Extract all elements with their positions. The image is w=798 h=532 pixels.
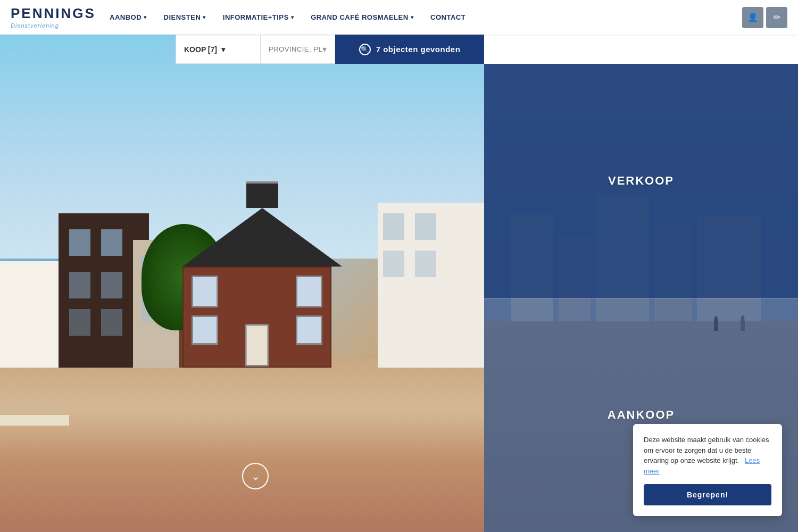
nav-item-diensten[interactable]: DIENSTEN ▾ <box>155 8 214 27</box>
search-type-dropdown[interactable]: KOOP [7] ▾ <box>176 35 261 64</box>
logo-wrapper: PENNINGS Dienstverlening <box>11 5 96 29</box>
right-buildings <box>378 203 484 368</box>
dropdown-location-icon: ▾ <box>322 44 327 54</box>
search-results-label: 7 objecten gevonden <box>376 45 461 54</box>
chevron-down-icon: ▾ <box>291 14 294 20</box>
user-icon-button[interactable]: 👤 <box>742 7 763 28</box>
left-awning-stripe <box>0 415 69 426</box>
search-icon: 🔍 <box>359 44 371 55</box>
main-nav: AANBOD ▾ DIENSTEN ▾ INFORMATIE+TIPS ▾ GR… <box>101 8 742 27</box>
chevron-down-icon: ▾ <box>411 14 414 20</box>
nav-item-informatie[interactable]: INFORMATIE+TIPS ▾ <box>214 8 302 27</box>
verkoop-label: VERKOOP <box>608 174 674 188</box>
nav-item-contact[interactable]: CONTACT <box>422 8 474 27</box>
main-house <box>182 208 331 368</box>
search-input[interactable] <box>269 45 322 53</box>
dropdown-label: KOOP [7] <box>184 45 217 54</box>
search-input-area: ▾ <box>261 35 335 64</box>
aankoop-label: AANKOOP <box>608 408 675 422</box>
cookie-banner: Deze website maakt gebruik van cookies o… <box>633 424 782 516</box>
pencil-icon: ✏ <box>774 12 780 22</box>
chevron-down-icon: ▾ <box>144 14 147 20</box>
header-icons: 👤 ✏ <box>742 7 787 28</box>
search-button[interactable]: 🔍 7 objecten gevonden <box>335 35 484 64</box>
scroll-down-button[interactable]: ⌄ <box>242 463 269 489</box>
cookie-text: Deze website maakt gebruik van cookies o… <box>644 435 771 476</box>
dropdown-chevron-icon: ▾ <box>221 45 225 54</box>
user-icon: 👤 <box>747 12 758 22</box>
chevron-down-icon: ▾ <box>203 14 206 20</box>
ground <box>0 358 484 532</box>
chevron-down-icon: ⌄ <box>251 470 260 483</box>
verkoop-panel[interactable]: VERKOOP <box>484 64 798 298</box>
header: PENNINGS Dienstverlening AANBOD ▾ DIENST… <box>0 0 798 35</box>
hero-image <box>0 35 484 532</box>
logo-main: PENNINGS <box>11 5 96 22</box>
cookie-accept-button[interactable]: Begrepen! <box>644 484 771 505</box>
nav-item-grand-cafe[interactable]: GRAND CAFÉ ROSMAELEN ▾ <box>302 8 422 27</box>
pencil-icon-button[interactable]: ✏ <box>766 7 787 28</box>
nav-item-aanbod[interactable]: AANBOD ▾ <box>101 8 155 27</box>
logo-area[interactable]: PENNINGS Dienstverlening <box>11 5 96 29</box>
search-bar: KOOP [7] ▾ ▾ 🔍 7 objecten gevonden <box>176 35 484 64</box>
logo-swash: Dienstverlening <box>11 22 59 29</box>
